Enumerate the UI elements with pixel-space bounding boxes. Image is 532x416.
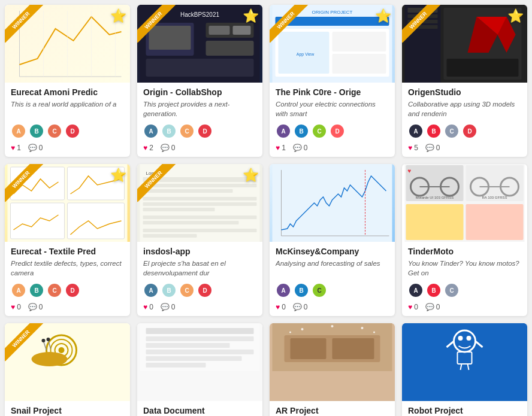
avatar: C (47, 123, 62, 139)
heart-icon: ♥ (11, 303, 15, 311)
card-image: ⭐ HackBPS2021 (137, 5, 262, 83)
comments-stat: 💬 0 (161, 144, 176, 152)
likes-stat: ♥ 0 (408, 303, 418, 311)
card-body: Snail Project A creative project about s… (5, 401, 130, 416)
avatar: B (426, 123, 442, 139)
avatar: D (462, 123, 477, 139)
likes-stat: ♥ 0 (143, 303, 153, 311)
svg-text:ORIGIN PROJECT: ORIGIN PROJECT (312, 10, 352, 15)
card-mckinsey[interactable]: McKinsey&Company Analysing and forecasti… (270, 164, 395, 316)
card-desc: This project provides a next-generation. (143, 99, 256, 119)
card-eurecat-textile[interactable]: ⭐ Eurecat - Textile Pred Predict textile… (5, 164, 130, 316)
card-stats: ♥ 0 💬 0 (276, 303, 389, 311)
card-title: Snail Project (11, 406, 124, 415)
likes-stat: ♥ 2 (143, 144, 153, 152)
comments-stat: 💬 0 (293, 303, 308, 311)
heart-icon: ♥ (11, 144, 15, 152)
card-stats: ♥ 0 💬 0 (143, 303, 256, 311)
svg-rect-59 (466, 204, 524, 240)
comment-icon: 💬 (293, 144, 302, 152)
card-image: ⭐ (5, 5, 130, 83)
svg-rect-14 (233, 26, 251, 35)
svg-rect-58 (406, 204, 464, 240)
svg-rect-13 (209, 26, 230, 35)
svg-rect-82 (146, 343, 230, 348)
winner-ribbon (402, 5, 450, 53)
card-origen-studio[interactable]: ⭐ OrigenStudio Collaborative app using 3… (402, 5, 527, 157)
svg-rect-33 (447, 59, 519, 77)
avatar: A (276, 123, 291, 139)
svg-rect-47 (143, 215, 257, 219)
winner-ribbon (5, 323, 53, 371)
avatar: A (276, 283, 291, 298)
card-pink-core[interactable]: ⭐ ORIGIN PROJECT App View The Pink C0re … (270, 5, 395, 157)
card-stats: ♥ 0 💬 0 (11, 303, 124, 311)
avatar: D (197, 283, 213, 298)
card-snail[interactable]: Snail Project A creative project about s… (5, 323, 130, 416)
avatar: C (444, 123, 460, 139)
svg-rect-80 (146, 328, 254, 334)
svg-rect-81 (146, 336, 254, 341)
avatar: B (29, 283, 44, 298)
comments-stat: 💬 0 (161, 303, 176, 311)
avatar: D (65, 283, 80, 298)
comment-icon: 💬 (425, 144, 434, 152)
card-image: ♥ Motarde UI 103 GFRSS RA 103 GFRSS (402, 164, 527, 242)
likes-stat: ♥ 0 (276, 303, 286, 311)
winner-star: ⭐ (243, 168, 259, 183)
card-title: Robot Project (408, 406, 521, 415)
svg-rect-10 (206, 41, 254, 56)
card-avatars: A B C (408, 283, 521, 298)
card-origin-collabshop[interactable]: ⭐ HackBPS2021 Origin - CollabShop This p… (137, 5, 262, 157)
card-body: TinderMoto You know Tinder? You know mot… (402, 242, 527, 316)
card-eurecat-amoni[interactable]: ⭐ Eurecat Amoni Predic This is a real wo… (5, 5, 130, 157)
winner-ribbon (5, 5, 53, 53)
svg-rect-51 (273, 164, 392, 242)
svg-rect-89 (332, 338, 374, 359)
svg-rect-38 (68, 203, 125, 239)
svg-rect-11 (146, 59, 254, 77)
card-robot[interactable]: Robot Project Blue robot icon project (402, 323, 527, 416)
card-image (5, 323, 130, 401)
card-title: Eurecat Amoni Predic (11, 87, 124, 97)
winner-star: ⭐ (243, 8, 259, 24)
card-ar[interactable]: AR Project Augmented reality project (270, 323, 395, 416)
card-tinder-moto[interactable]: ♥ Motarde UI 103 GFRSS RA 103 GFRSS Tind… (402, 164, 527, 316)
avatar: A (408, 283, 424, 298)
card-avatars: A B C D (143, 283, 256, 298)
card-title: OrigenStudio (408, 87, 521, 97)
card-body: insdosl-app El projecte s'ha basat en el… (137, 242, 262, 316)
avatar: B (294, 123, 309, 139)
comment-icon: 💬 (161, 144, 170, 152)
avatar: D (197, 123, 213, 139)
avatar: C (179, 283, 195, 298)
card-image (137, 323, 262, 401)
card-body: Data Document Document analysis project (137, 401, 262, 416)
svg-rect-21 (332, 54, 386, 74)
svg-rect-84 (146, 356, 242, 361)
winner-ribbon (5, 164, 53, 212)
card-body: The Pink C0re - Orige Control your elect… (270, 83, 395, 157)
card-stats: ♥ 1 💬 0 (276, 144, 389, 152)
card-data-doc[interactable]: Data Document Document analysis project (137, 323, 262, 416)
card-stats: ♥ 5 💬 0 (408, 144, 521, 152)
heart-icon: ♥ (143, 144, 147, 152)
avatar: D (65, 123, 80, 139)
comment-icon: 💬 (28, 303, 37, 311)
card-body: Robot Project Blue robot icon project (402, 401, 527, 416)
avatar: C (312, 123, 327, 139)
card-body: Eurecat - Textile Pred Predict textile d… (5, 242, 130, 316)
card-avatars: A B C D (408, 123, 521, 139)
svg-point-97 (458, 336, 463, 341)
card-image: ⭐ (5, 164, 130, 242)
winner-ribbon (137, 164, 185, 212)
avatar: B (161, 283, 177, 298)
comment-icon: 💬 (28, 144, 37, 152)
card-insdosl[interactable]: ⭐ Long insdosl-app El projecte s'ha basa… (137, 164, 262, 316)
card-body: Eurecat Amoni Predic This is a real worl… (5, 83, 130, 157)
svg-rect-48 (143, 221, 239, 224)
card-image (402, 323, 527, 401)
card-desc: Control your electric connections with s… (276, 99, 389, 119)
comment-icon: 💬 (293, 303, 302, 311)
avatar: A (11, 123, 26, 139)
